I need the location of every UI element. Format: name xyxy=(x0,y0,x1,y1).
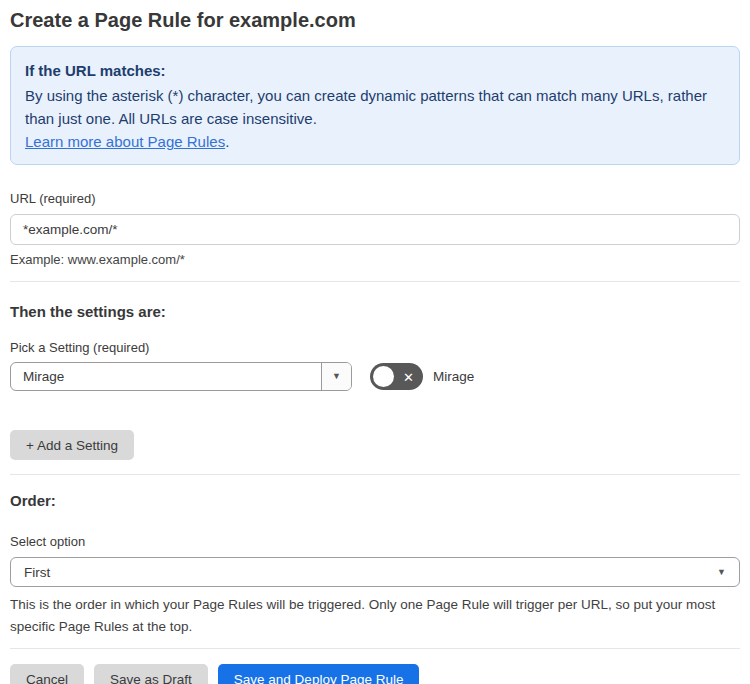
url-input[interactable] xyxy=(10,214,740,245)
order-select-label: Select option xyxy=(10,534,740,550)
pick-setting-label: Pick a Setting (required) xyxy=(10,340,740,356)
create-page-rule-form: Create a Page Rule for example.com If th… xyxy=(0,0,750,684)
order-help-text: This is the order in which your Page Rul… xyxy=(10,594,740,638)
setting-row: Mirage ▼ ✕ Mirage xyxy=(10,362,740,391)
toggle-off-x-icon: ✕ xyxy=(403,370,414,383)
order-section-heading: Order: xyxy=(10,492,740,510)
url-example-text: Example: www.example.com/* xyxy=(10,252,740,268)
url-match-info-box: If the URL matches: By using the asteris… xyxy=(10,46,740,165)
setting-select-arrow-button[interactable]: ▼ xyxy=(321,363,351,390)
page-title: Create a Page Rule for example.com xyxy=(10,8,740,32)
section-divider xyxy=(10,281,740,282)
chevron-down-icon: ▼ xyxy=(332,372,341,381)
info-box-heading: If the URL matches: xyxy=(25,60,725,82)
info-link-row: Learn more about Page Rules. xyxy=(25,130,725,153)
section-divider xyxy=(10,648,740,649)
cancel-button[interactable]: Cancel xyxy=(10,664,84,684)
setting-select-value: Mirage xyxy=(11,363,321,390)
save-as-draft-button[interactable]: Save as Draft xyxy=(94,664,208,684)
save-and-deploy-button[interactable]: Save and Deploy Page Rule xyxy=(218,664,420,684)
settings-section-heading: Then the settings are: xyxy=(10,303,740,321)
toggle-setting-label: Mirage xyxy=(433,369,474,384)
chevron-down-icon: ▼ xyxy=(717,568,726,577)
mirage-toggle[interactable]: ✕ xyxy=(370,363,423,390)
link-period: . xyxy=(225,133,229,150)
order-select-value: First xyxy=(24,565,50,580)
add-setting-button[interactable]: + Add a Setting xyxy=(10,430,134,460)
info-box-body: By using the asterisk (*) character, you… xyxy=(25,84,725,130)
url-field-label: URL (required) xyxy=(10,191,740,207)
setting-select[interactable]: Mirage ▼ xyxy=(10,362,352,391)
toggle-knob xyxy=(373,366,394,387)
order-select[interactable]: First ▼ xyxy=(10,557,740,587)
section-divider xyxy=(10,474,740,475)
learn-more-link[interactable]: Learn more about Page Rules xyxy=(25,133,225,150)
footer-actions: Cancel Save as Draft Save and Deploy Pag… xyxy=(10,664,740,684)
